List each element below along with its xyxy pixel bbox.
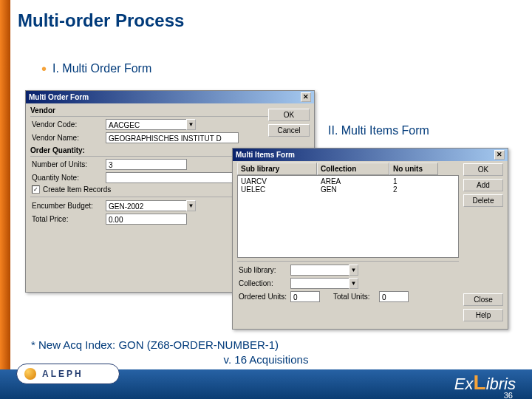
globe-icon <box>24 368 36 380</box>
window-title: Multi Order Form <box>29 93 89 101</box>
titlebar[interactable]: Multi Items Form ✕ <box>233 149 508 161</box>
left-accent-bar <box>0 0 10 399</box>
quantity-note-label: Quantity Note: <box>32 174 106 182</box>
bullet-multi-order-form: •I. Multi Order Form <box>41 61 151 78</box>
ordered-units-field[interactable]: 0 <box>290 291 320 302</box>
table-row[interactable]: UELEC GEN 2 <box>238 185 458 194</box>
table-row[interactable]: UARCV AREA 1 <box>238 177 458 185</box>
chevron-down-icon[interactable]: ▼ <box>186 119 196 130</box>
chevron-down-icon[interactable]: ▼ <box>349 265 358 276</box>
cell-units: 1 <box>393 177 442 185</box>
ok-button[interactable]: OK <box>268 109 310 121</box>
bullet-text: I. Multi Order Form <box>52 62 151 75</box>
chevron-down-icon[interactable]: ▼ <box>349 278 358 289</box>
aleph-badge: ALEPH <box>16 364 120 384</box>
delete-button[interactable]: Delete <box>463 194 503 207</box>
encumber-field[interactable]: GEN-2002 <box>106 200 187 211</box>
sublibrary-label: Sub library: <box>239 266 290 274</box>
close-icon[interactable]: ✕ <box>301 92 311 102</box>
close-icon[interactable]: ✕ <box>494 150 505 160</box>
window-title: Multi Items Form <box>236 151 295 159</box>
divider <box>237 261 459 262</box>
ok-button[interactable]: OK <box>463 163 503 176</box>
total-price-label: Total Price: <box>32 215 106 223</box>
total-units-label: Total Units: <box>333 293 379 301</box>
units-label: Number of Units: <box>32 160 106 168</box>
slide-title: Multi-order Process <box>18 10 184 31</box>
vendor-name-label: Vendor Name: <box>32 134 106 142</box>
total-units-field[interactable]: 0 <box>379 291 409 302</box>
titlebar[interactable]: Multi Order Form ✕ <box>26 91 314 103</box>
bullet-dot-icon: • <box>41 61 47 77</box>
logo-part: Ex <box>454 375 474 393</box>
cell-units: 2 <box>393 185 442 194</box>
bullet-text: II. Multi Items Form <box>328 124 429 137</box>
collection-field[interactable] <box>290 278 349 289</box>
create-items-label: Create Item Records <box>43 185 111 194</box>
cell-collection: AREA <box>321 177 393 185</box>
ordered-units-label: Ordered Units: <box>239 293 290 301</box>
aleph-label: ALEPH <box>42 369 83 379</box>
cancel-button[interactable]: Cancel <box>268 124 310 137</box>
create-items-checkbox[interactable]: ✓ <box>32 185 40 194</box>
collection-label: Collection: <box>239 279 290 287</box>
page-number: 36 <box>504 391 513 399</box>
vendor-code-label: Vendor Code: <box>32 120 106 129</box>
sublibrary-field[interactable] <box>290 265 349 276</box>
encumber-label: Encumber Budget: <box>32 202 106 210</box>
cell-sublibrary: UARCV <box>241 177 321 185</box>
acq-index-note: * New Acq Index: GON (Z68-ORDER-NUMBER-1… <box>31 338 279 351</box>
units-field[interactable]: 3 <box>106 159 187 170</box>
vendor-name-field[interactable]: GEOGRAPHISCHES INSTITUT D <box>106 132 239 143</box>
col-units[interactable]: No units <box>389 163 438 175</box>
col-sublibrary[interactable]: Sub library <box>237 163 317 175</box>
cell-sublibrary: UELEC <box>241 185 321 194</box>
logo-l: L <box>474 371 486 394</box>
close-button[interactable]: Close <box>463 293 503 306</box>
multi-items-form-window: Multi Items Form ✕ OK Add Delete Close H… <box>232 148 508 330</box>
help-button[interactable]: Help <box>463 309 503 321</box>
quantity-note-field[interactable] <box>106 172 239 183</box>
chevron-down-icon[interactable]: ▼ <box>186 200 196 211</box>
bullet-multi-items-form: II. Multi Items Form <box>328 124 429 137</box>
vendor-code-field[interactable]: AACGEC <box>106 119 187 130</box>
cell-collection: GEN <box>321 185 393 194</box>
total-price-field[interactable]: 0.00 <box>106 214 187 225</box>
items-list[interactable]: UARCV AREA 1 UELEC GEN 2 <box>237 175 459 258</box>
add-button[interactable]: Add <box>463 179 503 191</box>
col-collection[interactable]: Collection <box>317 163 389 175</box>
